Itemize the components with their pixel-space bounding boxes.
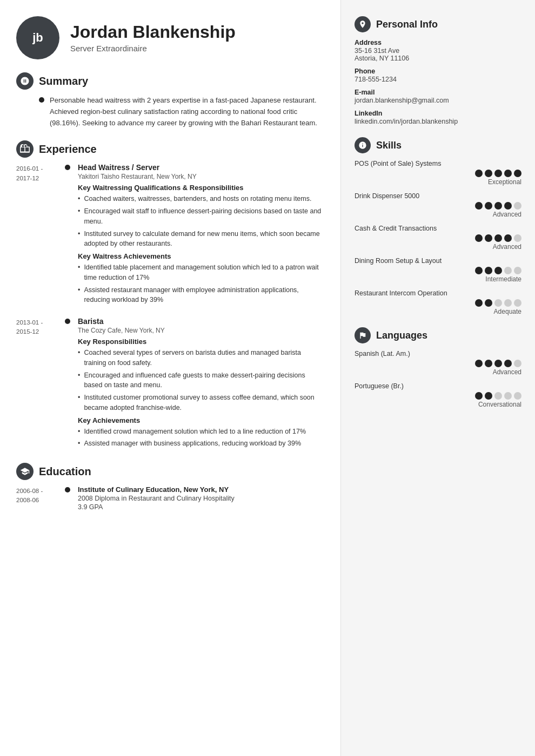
language-name: Spanish (Lat. Am.) — [355, 350, 521, 357]
education-entries: 2006-08 - 2008-06Institute of Culinary E… — [16, 485, 324, 511]
candidate-title: Server Extraordinaire — [70, 44, 236, 53]
language-name: Portuguese (Br.) — [355, 382, 521, 390]
skill-name: Cash & Credit Transactions — [355, 225, 521, 232]
exp-bullets: Identified crowd management solution whi… — [78, 427, 324, 449]
summary-bullet: Personable head waitress with 2 years ex… — [39, 95, 324, 129]
experience-title: Experience — [39, 143, 97, 156]
skills-icon — [355, 137, 371, 153]
info-value: linkedin.com/in/jordan.blankenship — [355, 118, 521, 125]
candidate-name: Jordan Blankenship — [70, 23, 236, 42]
skill-dot — [494, 299, 502, 307]
edu-dot — [65, 487, 70, 492]
exp-subsection-heading: Key Waitressing Qualifications & Respons… — [78, 184, 324, 192]
personal-info-header: Personal Info — [355, 16, 521, 32]
exp-subsection-heading: Key Waitress Achievements — [78, 252, 324, 260]
skill-dot — [475, 170, 483, 177]
exp-content: Head Waitress / ServerYakitori Taisho Re… — [78, 163, 324, 307]
exp-bullet-item: Identified crowd management solution whi… — [78, 427, 324, 437]
language-level-label: Conversational — [355, 401, 521, 408]
skill-dot — [475, 234, 483, 242]
education-header: Education — [16, 463, 324, 480]
skill-dots — [355, 267, 521, 274]
info-block: Address35-16 31st Ave Astoria, NY 11106 — [355, 39, 521, 62]
skill-name: POS (Point of Sale) Systems — [355, 160, 521, 167]
exp-bullets: Coached several types of servers on bari… — [78, 348, 324, 413]
skill-level-label: Advanced — [355, 243, 521, 251]
skill-level-label: Adequate — [355, 308, 521, 315]
language-dot — [504, 360, 512, 367]
language-dot — [475, 392, 483, 400]
education-icon — [16, 463, 34, 480]
resume-header: jb Jordan Blankenship Server Extraordina… — [16, 16, 324, 59]
skill-dots — [355, 170, 521, 177]
edu-content: Institute of Culinary Education, New Yor… — [78, 485, 324, 511]
skill-dot — [504, 170, 512, 177]
exp-bullet-item: Coached waiters, waitresses, bartenders,… — [78, 194, 324, 204]
edu-dot-line — [65, 485, 70, 511]
summary-icon — [16, 72, 34, 90]
skill-dot — [494, 234, 502, 242]
language-entry: Portuguese (Br.)Conversational — [355, 382, 521, 408]
language-dots — [355, 360, 521, 367]
info-value: 718-555-1234 — [355, 76, 521, 83]
education-entry: 2006-08 - 2008-06Institute of Culinary E… — [16, 485, 324, 511]
info-label: E-mail — [355, 89, 521, 96]
exp-dot — [65, 165, 70, 170]
skill-dot — [485, 234, 492, 242]
skill-entry: Restaurant Intercom OperationAdequate — [355, 289, 521, 315]
info-label: Address — [355, 39, 521, 46]
exp-bullet-item: Coached several types of servers on bari… — [78, 348, 324, 368]
skill-dot — [514, 170, 521, 177]
skill-level-label: Advanced — [355, 211, 521, 218]
education-section: Education 2006-08 - 2008-06Institute of … — [16, 463, 324, 511]
language-dot — [494, 392, 502, 400]
summary-section: Summary Personable head waitress with 2 … — [16, 72, 324, 129]
exp-job-title: Barista — [78, 317, 324, 326]
experience-entries: 2016-01 - 2017-12Head Waitress / ServerY… — [16, 163, 324, 451]
exp-bullet-item: Encouraged and influenced cafe guests to… — [78, 370, 324, 391]
skill-dot — [514, 202, 521, 210]
skills-header: Skills — [355, 137, 521, 153]
exp-dot-line — [65, 163, 70, 307]
exp-subsection-heading: Key Achievements — [78, 416, 324, 424]
language-dots — [355, 392, 521, 400]
summary-header: Summary — [16, 72, 324, 90]
personal-info-fields: Address35-16 31st Ave Astoria, NY 11106P… — [355, 39, 521, 125]
exp-bullet-item: Identified table placement and managemen… — [78, 262, 324, 283]
experience-entry: 2013-01 - 2015-12BaristaThe Cozy Cafe, N… — [16, 317, 324, 451]
experience-entry: 2016-01 - 2017-12Head Waitress / ServerY… — [16, 163, 324, 307]
skills-entries: POS (Point of Sale) SystemsExceptionalDr… — [355, 160, 521, 315]
skill-dot — [514, 234, 521, 242]
exp-bullet-item: Assisted restaurant manager with employe… — [78, 285, 324, 306]
summary-text: Personable head waitress with 2 years ex… — [50, 95, 324, 129]
bullet-dot — [39, 97, 44, 103]
skill-dot — [485, 267, 492, 274]
skill-entry: Dining Room Setup & LayoutIntermediate — [355, 257, 521, 283]
skill-dot — [485, 299, 492, 307]
avatar: jb — [16, 16, 59, 59]
right-column: Personal Info Address35-16 31st Ave Asto… — [340, 0, 535, 756]
language-level-label: Advanced — [355, 368, 521, 376]
skill-dots — [355, 202, 521, 210]
language-dot — [475, 360, 483, 367]
languages-header: Languages — [355, 327, 521, 343]
language-dot — [485, 392, 492, 400]
skill-dot — [514, 267, 521, 274]
skill-name: Restaurant Intercom Operation — [355, 289, 521, 297]
exp-dot — [65, 319, 70, 324]
skills-title: Skills — [376, 140, 402, 151]
edu-gpa: 3.9 GPA — [78, 503, 324, 511]
exp-date: 2016-01 - 2017-12 — [16, 163, 65, 307]
skill-level-label: Exceptional — [355, 178, 521, 186]
edu-school: Institute of Culinary Education, New Yor… — [78, 485, 324, 494]
skill-dot — [494, 267, 502, 274]
experience-icon — [16, 140, 34, 158]
skills-section: Skills POS (Point of Sale) SystemsExcept… — [355, 137, 521, 315]
language-dot — [485, 360, 492, 367]
language-entry: Spanish (Lat. Am.)Advanced — [355, 350, 521, 376]
summary-title: Summary — [39, 75, 88, 87]
language-dot — [514, 360, 521, 367]
skill-entry: Drink Dispenser 5000Advanced — [355, 192, 521, 218]
skill-dot — [475, 202, 483, 210]
info-label: LinkedIn — [355, 110, 521, 117]
